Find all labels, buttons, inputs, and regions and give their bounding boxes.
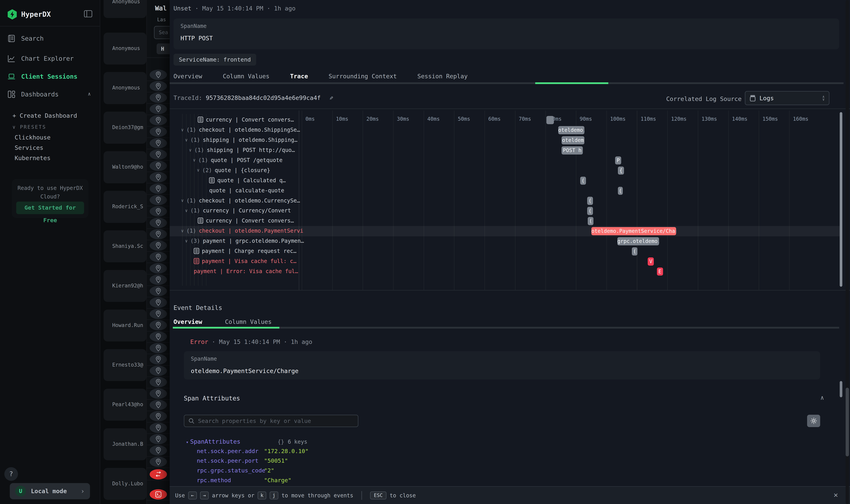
edit-pencil-icon[interactable]: ✎ — [330, 94, 333, 101]
location-pin-icon[interactable] — [150, 389, 167, 399]
trace-row[interactable]: ∨(1)currency | Currency/Convert( — [170, 206, 842, 216]
location-pin-icon[interactable] — [150, 195, 167, 205]
location-pin-icon[interactable] — [150, 411, 167, 421]
session-card[interactable]: Anonymous — [104, 0, 146, 18]
session-card[interactable]: Howard.Run — [104, 309, 146, 341]
chevron-down-icon[interactable]: ∨ — [197, 167, 199, 173]
tab-overview[interactable]: Overview — [174, 73, 202, 83]
close-icon[interactable]: × — [833, 490, 838, 499]
location-pin-icon[interactable] — [150, 286, 167, 296]
location-pin-icon[interactable] — [150, 172, 167, 182]
tab-surrounding-context[interactable]: Surrounding Context — [329, 73, 397, 83]
trace-row[interactable]: ∨(1)quote | POST /getquoteP — [170, 156, 842, 166]
sidebar-item-search[interactable]: Search — [8, 35, 44, 42]
session-card[interactable]: Walton9@ho — [104, 151, 146, 183]
session-card[interactable]: Shaniya.Sc — [104, 230, 146, 262]
location-pin-icon[interactable] — [150, 206, 167, 217]
session-card[interactable]: Roderick_S — [104, 191, 146, 223]
location-pin-icon[interactable] — [150, 400, 167, 410]
session-card[interactable]: Anonymous — [104, 33, 146, 65]
span-bar[interactable]: ( — [587, 197, 593, 205]
span-bar[interactable]: ( — [588, 217, 594, 225]
attribute-row[interactable]: rpc.grpc.status_code"2" — [197, 467, 274, 474]
settings-button[interactable] — [807, 415, 820, 427]
trace-row[interactable]: ∨(1)checkout | oteldemo.CurrencySe…( — [170, 196, 842, 206]
location-pin-icon[interactable] — [150, 354, 167, 364]
location-pin-icon[interactable] — [150, 149, 167, 160]
session-card[interactable]: Ernesto33@ — [104, 349, 146, 381]
user-menu[interactable]: U Local mode › — [10, 483, 90, 499]
span-bar[interactable]: ( — [632, 247, 637, 255]
attributes-root-node[interactable]: ▾SpanAttributes {} 6 keys — [186, 438, 307, 445]
session-card[interactable]: Jonathan.B — [104, 428, 146, 460]
location-pin-icon[interactable] — [150, 274, 167, 285]
tab-session-replay[interactable]: Session Replay — [417, 73, 468, 83]
chevron-down-icon[interactable]: ∨ — [181, 198, 184, 203]
tab-trace[interactable]: Trace — [290, 73, 308, 83]
panel-scrollbar-thumb[interactable] — [846, 388, 849, 456]
trace-row[interactable]: payment | Error: Visa cache ful…E — [170, 267, 842, 277]
location-pin-icon[interactable] — [150, 298, 167, 308]
location-pin-icon[interactable] — [150, 92, 167, 103]
location-pin-icon[interactable] — [150, 161, 167, 171]
sidebar-collapse-icon[interactable] — [84, 10, 92, 17]
strip-search-input[interactable]: Sea — [154, 26, 170, 39]
get-started-button[interactable]: Get Started for Free — [16, 202, 84, 214]
location-pin-icon[interactable] — [150, 445, 167, 456]
tab-overview[interactable]: Overview — [174, 318, 202, 325]
preset-clickhouse[interactable]: Clickhouse — [15, 134, 51, 141]
service-name-chip[interactable]: ServiceName: frontend — [174, 54, 256, 66]
location-pin-icon[interactable] — [150, 366, 167, 376]
trace-row[interactable]: ∨(3)payment | grpc.oteldemo.Paymen…grpc.… — [170, 236, 842, 247]
span-bar[interactable]: oteldem — [562, 136, 584, 144]
span-bar[interactable]: oteldemo. — [558, 126, 584, 134]
attributes-search[interactable] — [184, 415, 358, 427]
sidebar-item-client-sessions[interactable]: Client Sessions — [8, 73, 77, 80]
location-pin-icon[interactable] — [150, 229, 167, 239]
trace-row[interactable]: ∨(1)checkout | oteldemo.ShippingSe…oteld… — [170, 125, 842, 135]
span-bar[interactable]: POST h — [562, 146, 583, 155]
location-pin-icon[interactable] — [150, 434, 167, 444]
span-bar[interactable]: V — [648, 257, 654, 266]
location-pin-icon[interactable] — [150, 422, 167, 433]
location-pin-icon[interactable] — [150, 320, 167, 330]
session-card[interactable]: Anonymous — [104, 72, 146, 104]
help-button[interactable]: ? — [4, 467, 18, 481]
location-pin-icon[interactable] — [150, 104, 167, 114]
attribute-row[interactable]: net.sock.peer.addr"172.28.0.10" — [197, 448, 308, 454]
span-bar[interactable]: P — [615, 157, 621, 165]
location-pin-icon[interactable] — [150, 240, 167, 251]
chevron-down-icon[interactable]: ∨ — [185, 208, 188, 213]
chevron-down-icon[interactable]: ∨ — [185, 138, 188, 143]
trace-row[interactable]: ∨(1)checkout | oteldemo.PaymentServi…ote… — [170, 226, 842, 236]
attributes-scrollbar[interactable] — [840, 381, 843, 397]
trace-row[interactable]: payment | Charge request rec…( — [170, 246, 842, 256]
trace-row[interactable]: ∨(1)shipping | oteldemo.Shipping…oteldem — [170, 135, 842, 145]
chevron-down-icon[interactable]: ∨ — [181, 127, 184, 132]
trace-row[interactable]: ∨(1)shipping | POST http://quo…POST h — [170, 145, 842, 156]
location-pin-icon[interactable] — [150, 263, 167, 273]
trace-scrollbar[interactable] — [840, 112, 843, 287]
span-bar[interactable]: oteldemo.PaymentService/Char — [591, 227, 676, 235]
trace-row[interactable]: ∨(2)quote | {closure}{ — [170, 165, 842, 176]
location-pin-icon[interactable] — [150, 138, 167, 148]
trace-row[interactable]: payment | Visa cache full: c…V — [170, 256, 842, 267]
location-pin-icon[interactable] — [150, 218, 167, 228]
span-bar[interactable]: E — [657, 268, 663, 276]
presets-header[interactable]: ∨ PRESETS — [12, 124, 46, 130]
attribute-row[interactable]: rpc.method"Charge" — [197, 477, 291, 484]
session-card[interactable]: Pearl43@ho — [104, 389, 146, 421]
span-bar[interactable]: ( — [618, 187, 623, 195]
preset-services[interactable]: Services — [15, 144, 43, 151]
log-source-select[interactable]: Logs ∧∨ — [745, 91, 829, 105]
tab-column-values[interactable]: Column Values — [225, 318, 272, 325]
location-pin-icon[interactable] — [150, 309, 167, 319]
create-dashboard-button[interactable]: + Create Dashboard — [12, 112, 77, 119]
chevron-down-icon[interactable]: ∨ — [185, 238, 188, 244]
preset-kubernetes[interactable]: Kubernetes — [15, 155, 51, 161]
collapse-chevron-icon[interactable]: ∧ — [820, 394, 824, 401]
sidebar-item-dashboards[interactable]: Dashboards∧ — [8, 91, 59, 98]
span-bar[interactable]: grpc.oteldemo. — [617, 237, 659, 245]
trace-row[interactable]: currency | Convert convers… — [170, 115, 842, 125]
trace-row[interactable]: currency | Convert convers…( — [170, 216, 842, 226]
